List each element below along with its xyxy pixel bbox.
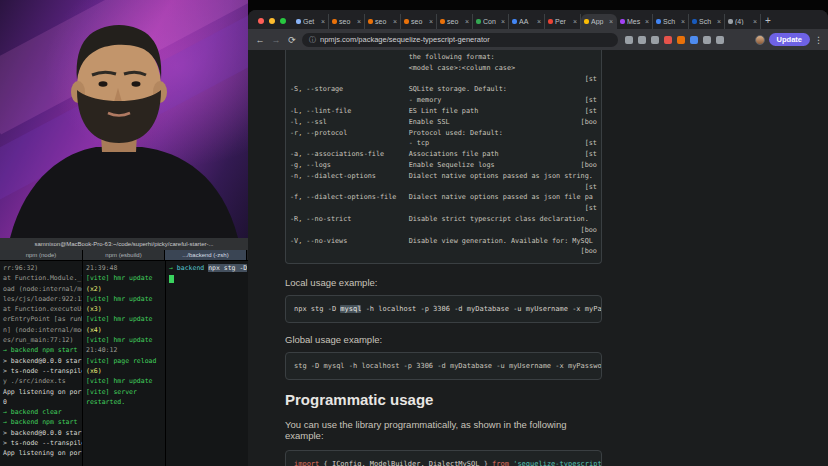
programmatic-usage-paragraph: You can use the library programmatically… [285,419,602,441]
extension-icon[interactable] [716,36,724,44]
extension-icon[interactable] [651,36,659,44]
terminal-log-line: (x3) [86,304,162,314]
reload-icon[interactable]: ⟳ [286,35,298,45]
terminal-log-line: → backend npm start [3,417,79,427]
tab-close-icon[interactable]: × [609,18,613,25]
browser-tab[interactable]: seo× [437,14,473,29]
tab-favicon [404,19,409,24]
address-bar[interactable]: ⓘ npmjs.com/package/sequelize-typescript… [302,33,618,47]
terminal-log-line: (x4) [86,325,162,335]
browser-tab[interactable]: Sch× [689,14,725,29]
tab-favicon [728,19,733,24]
browser-tab[interactable]: Mes× [617,14,653,29]
terminal-log-line: at Function.executeUs [3,304,79,314]
tab-label: seo [447,18,463,25]
extension-icon[interactable] [677,36,685,44]
browser-tab[interactable]: Sch× [653,14,689,29]
terminal-log-line: oad (node:internal/modu [3,284,79,294]
webcam-panel [0,0,248,238]
tab-close-icon[interactable]: × [393,18,397,25]
tab-favicon [440,19,445,24]
close-button[interactable] [258,18,264,24]
tab-strip: Get×seo×seo×seo×seo×Con×AA×Per×App×Mes×S… [248,10,828,29]
terminal-log-line: [vite] hmr update [86,294,162,304]
terminal-pane-headers: npm (node) npm (esbuild) .../backend (-z… [0,250,248,261]
tab-close-icon[interactable]: × [465,18,469,25]
terminal-log-line: → backend npx stg -D mys [169,263,244,273]
terminal-pane-tab-backend-zsh[interactable]: .../backend (-zsh) [165,250,247,260]
extension-icon[interactable] [690,36,698,44]
selected-text: mysql [340,305,361,313]
terminal-log-line: [vite] hmr update [86,335,162,345]
tab-label: Per [555,18,571,25]
address-url: npmjs.com/package/sequelize-typescript-g… [320,35,490,44]
tab-close-icon[interactable]: × [501,18,505,25]
tab-label: Sch [699,18,715,25]
terminal-log-line: App listening on port 800 [3,448,79,458]
keyword-token: from [492,460,509,466]
terminal-log-line: > ts-node --transpile-onl [3,366,79,376]
tab-favicon [512,19,517,24]
browser-tab[interactable]: seo× [329,14,365,29]
browser-window: Get×seo×seo×seo×seo×Con×AA×Per×App×Mes×S… [248,10,828,466]
cli-options-table: the following format: <model case>:<colu… [285,50,602,264]
terminal-pane-body-2[interactable]: → backend npx stg -D mys [166,261,247,466]
tab-label: AA [519,18,535,25]
browser-tab[interactable]: App× [581,14,617,29]
terminal-pane-tab-npm-node[interactable]: npm (node) [0,250,83,260]
extension-icon[interactable] [638,36,646,44]
programmatic-usage-heading: Programmatic usage [285,391,602,408]
browser-menu-icon[interactable]: ⋮ [814,35,822,45]
tab-favicon [620,19,625,24]
update-button[interactable]: Update [769,33,810,46]
back-icon[interactable]: ← [254,35,266,45]
terminal-pane-tab-npm-esbuild[interactable]: npm (esbuild) [83,250,165,260]
terminal-log-line [169,273,244,283]
terminal-log-line: at Function.Module._l [3,273,79,283]
terminal-log-line: > backend@0.0.0 start [3,356,79,366]
tab-favicon [692,19,697,24]
new-tab-button[interactable]: + [761,14,775,29]
minimize-button[interactable] [269,18,275,24]
terminal-log-line: [vite] hmr update [86,314,162,324]
readme-column: the following format: <model case>:<colu… [285,50,602,466]
terminal-log-line: 21:40:12 [86,345,162,355]
tab-close-icon[interactable]: × [537,18,541,25]
browser-tab[interactable]: Get× [293,14,329,29]
tab-close-icon[interactable]: × [681,18,685,25]
forward-icon[interactable]: → [270,35,282,45]
tab-close-icon[interactable]: × [321,18,325,25]
browser-tab[interactable]: seo× [401,14,437,29]
tab-close-icon[interactable]: × [429,18,433,25]
local-usage-code: npx stg -D mysql -h localhost -p 3306 -d… [285,295,602,323]
page-content[interactable]: the following format: <model case>:<colu… [248,50,828,466]
tab-close-icon[interactable]: × [357,18,361,25]
local-usage-label: Local usage example: [285,277,602,288]
site-info-icon[interactable]: ⓘ [309,35,316,45]
terminal-pane-body-0[interactable]: rr:96:32) at Function.Module._load (node… [0,261,83,466]
programmatic-code-block: import { IConfig, ModelBuilder, DialectM… [285,450,602,466]
profile-avatar[interactable] [755,35,765,45]
terminal-log-line: > ts-node --transpile-onl [3,438,79,448]
tab-close-icon[interactable]: × [717,18,721,25]
extension-icon[interactable] [703,36,711,44]
terminal-log-line: App listening on port 800 [3,387,79,397]
tab-close-icon[interactable]: × [645,18,649,25]
terminal-window[interactable]: samnixon@MacBook-Pro-63:~/code/superhi/p… [0,238,248,466]
terminal-body: rr:96:32) at Function.Module._load (node… [0,261,248,466]
terminal-cursor [169,275,174,283]
browser-tab[interactable]: Per× [545,14,581,29]
browser-tab[interactable]: Con× [473,14,509,29]
window-controls [256,18,293,29]
terminal-pane-body-1[interactable]: 21:39:48[vite] hmr update(x2)[vite] hmr … [83,261,166,466]
tab-close-icon[interactable]: × [573,18,577,25]
zoom-button[interactable] [280,18,286,24]
extension-icon[interactable] [664,36,672,44]
browser-tab[interactable]: (4)× [725,14,761,29]
browser-tab[interactable]: AA× [509,14,545,29]
terminal-log-line: rr:96:32) [3,263,79,273]
browser-tab[interactable]: seo× [365,14,401,29]
extension-icon[interactable] [625,36,633,44]
tab-close-icon[interactable]: × [753,18,757,25]
terminal-log-line: (x2) [86,284,162,294]
